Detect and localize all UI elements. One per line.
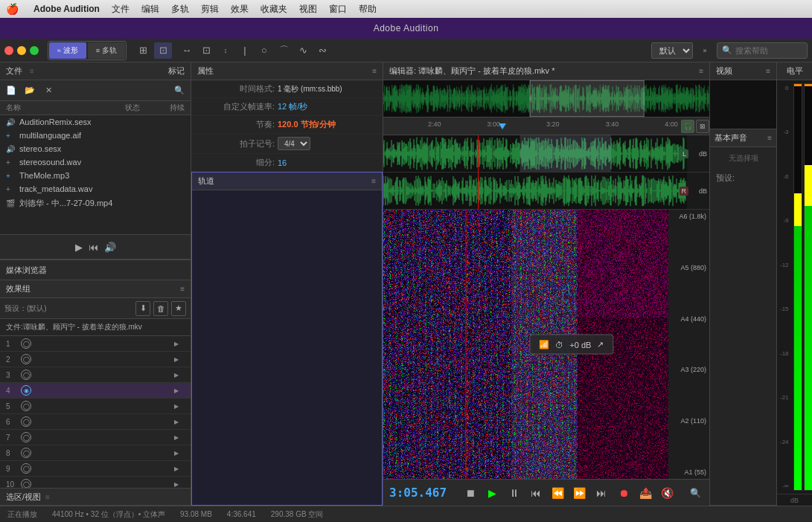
list-item[interactable]: + stereosound.wav xyxy=(0,155,191,169)
multitrack-tab[interactable]: ≡ 多轨 xyxy=(88,42,125,59)
play-btn[interactable]: ▶ xyxy=(75,242,83,253)
list-item[interactable]: + TheMole.mp3 xyxy=(0,169,191,182)
app-name-menu[interactable]: Adobe Audition xyxy=(28,4,106,14)
track-row-R: dB R xyxy=(383,173,709,210)
transport-export[interactable]: 📤 xyxy=(638,484,653,502)
tool-select[interactable]: ⊡ xyxy=(197,42,215,59)
fx-power-btn[interactable]: ◯ xyxy=(21,354,31,364)
close-file-btn[interactable]: ✕ xyxy=(40,83,57,98)
menu-window[interactable]: 窗口 xyxy=(323,0,353,18)
maximize-button[interactable] xyxy=(30,46,39,55)
fx-row-3: 3 ◯ ▶ xyxy=(0,367,191,383)
fx-play-btn[interactable]: ▶ xyxy=(174,465,185,472)
fx-play-btn[interactable]: ▶ xyxy=(174,387,185,394)
waveform-canvas-L[interactable] xyxy=(383,135,687,172)
menu-help[interactable]: 帮助 xyxy=(353,0,383,18)
fx-power-btn[interactable]: ◯ xyxy=(21,401,31,411)
menu-effects[interactable]: 效果 xyxy=(225,0,255,18)
files-menu-icon[interactable]: ≡ xyxy=(30,67,34,75)
fx-power-btn[interactable]: ◯ xyxy=(21,338,31,349)
time-sig-select[interactable]: 4/4 xyxy=(278,137,310,150)
volume-btn[interactable]: 🔊 xyxy=(104,242,116,253)
tool-extra[interactable]: ∾ xyxy=(313,42,331,59)
fx-play-btn[interactable]: ▶ xyxy=(174,403,185,410)
properties-menu-icon[interactable]: ≡ xyxy=(372,67,377,75)
tool-lasso[interactable]: ○ xyxy=(255,42,273,59)
fx-power-btn[interactable]: ◯ xyxy=(21,432,31,442)
fx-power-btn[interactable]: ◯ xyxy=(21,448,31,458)
fx-play-btn[interactable]: ▶ xyxy=(174,419,185,425)
transport-zoom[interactable]: 🔍 xyxy=(688,484,703,502)
fx-num: 3 xyxy=(6,371,16,379)
search-files-btn[interactable]: 🔍 xyxy=(171,83,188,98)
fx-play-btn[interactable]: ▶ xyxy=(174,372,185,378)
effects-save-btn[interactable]: ⬇ xyxy=(135,301,150,316)
basic-sound-menu-icon[interactable]: ≡ xyxy=(767,134,772,142)
workspace-expand[interactable]: » xyxy=(696,42,714,59)
loop-btn[interactable]: ⊠ xyxy=(696,120,709,133)
new-file-btn[interactable]: 📄 xyxy=(3,83,19,98)
waveform-overview[interactable] xyxy=(383,80,709,117)
list-item[interactable]: 🎬 刘德华 - 中...7-27-09.mp4 xyxy=(0,196,191,211)
transport-pause[interactable]: ⏸ xyxy=(506,484,522,502)
fx-power-btn[interactable]: ◯ xyxy=(21,479,31,488)
fx-play-btn[interactable]: ▶ xyxy=(174,341,185,347)
effects-title: 效果组 xyxy=(6,283,31,294)
tool-brush[interactable]: ⌒ xyxy=(275,42,292,59)
spectrogram-area[interactable]: A6 (1.8k) A5 (880) A4 (440) A3 (220) A2 … xyxy=(383,210,709,479)
view-btn-2[interactable]: ⊡ xyxy=(154,42,172,59)
transport-to-end[interactable]: ⏭ xyxy=(594,484,610,502)
waveform-tab[interactable]: ≈ 波形 xyxy=(49,42,86,59)
preset-row: 预设: xyxy=(710,170,776,187)
list-item[interactable]: 🔊 AuditionRemix.sesx xyxy=(0,115,191,129)
menu-view[interactable]: 视图 xyxy=(293,0,323,18)
menu-favorites[interactable]: 收藏夹 xyxy=(255,0,293,18)
list-item[interactable]: 🔊 stereo.sesx xyxy=(0,142,191,155)
menu-file[interactable]: 文件 xyxy=(106,0,135,18)
tool-draw[interactable]: ↕ xyxy=(217,42,234,59)
fx-power-btn[interactable]: ◯ xyxy=(21,370,31,380)
waveform-canvas-R[interactable] xyxy=(383,173,687,209)
transport-rewind[interactable]: ⏪ xyxy=(550,484,566,502)
editor-menu-icon[interactable]: ≡ xyxy=(699,67,703,75)
workspace-select[interactable]: 默认 xyxy=(651,42,693,59)
menu-clip[interactable]: 剪辑 xyxy=(195,0,225,18)
effects-menu-icon[interactable]: ≡ xyxy=(180,285,185,293)
transport-mute[interactable]: 🔇 xyxy=(659,484,675,502)
open-file-btn[interactable]: 📂 xyxy=(22,83,38,98)
stop-to-start-btn[interactable]: ⏮ xyxy=(89,242,98,253)
effects-delete-btn[interactable]: 🗑 xyxy=(153,301,168,316)
minimize-button[interactable] xyxy=(17,46,26,55)
menu-multitrack[interactable]: 多轨 xyxy=(165,0,195,18)
fx-play-btn[interactable]: ▶ xyxy=(174,434,185,441)
list-item[interactable]: + track_metadata.wav xyxy=(0,182,191,196)
headphone-btn[interactable]: 🎧 xyxy=(681,120,694,133)
fx-power-btn[interactable]: ◯ xyxy=(21,416,31,427)
tool-cursor[interactable]: | xyxy=(236,42,254,59)
fx-power-btn[interactable]: ◯ xyxy=(21,463,31,474)
transport-play[interactable]: ▶ xyxy=(484,484,499,502)
transport-stop[interactable]: ⏹ xyxy=(462,484,478,502)
fx-row-10: 10 ◯ ▶ xyxy=(0,477,191,488)
fx-play-btn[interactable]: ▶ xyxy=(174,481,185,488)
prop-label-subdiv: 细分: xyxy=(200,157,275,168)
search-input[interactable] xyxy=(735,46,802,55)
transport-to-start[interactable]: ⏮ xyxy=(528,484,543,502)
menu-edit[interactable]: 编辑 xyxy=(135,0,165,18)
tool-heal[interactable]: ∿ xyxy=(294,42,312,59)
transport-forward[interactable]: ⏩ xyxy=(572,484,587,502)
view-btn-1[interactable]: ⊞ xyxy=(134,42,152,59)
video-menu-icon[interactable]: ≡ xyxy=(766,67,770,75)
tool-move[interactable]: ↔ xyxy=(178,42,196,59)
transport-record[interactable]: ⏺ xyxy=(616,484,631,502)
media-browser-title: 媒体浏览器 xyxy=(6,265,47,276)
view-menu-icon[interactable]: ≡ xyxy=(45,493,50,501)
list-item[interactable]: + multilanguage.aif xyxy=(0,129,191,142)
fx-power-btn[interactable]: ◉ xyxy=(21,385,31,396)
tracks-menu-icon[interactable]: ≡ xyxy=(371,177,376,185)
close-button[interactable] xyxy=(4,46,13,55)
fx-play-btn[interactable]: ▶ xyxy=(174,450,185,457)
fx-play-btn[interactable]: ▶ xyxy=(174,356,185,363)
effects-star-btn[interactable]: ★ xyxy=(171,301,186,316)
apple-menu[interactable]: 🍎 xyxy=(6,3,19,15)
